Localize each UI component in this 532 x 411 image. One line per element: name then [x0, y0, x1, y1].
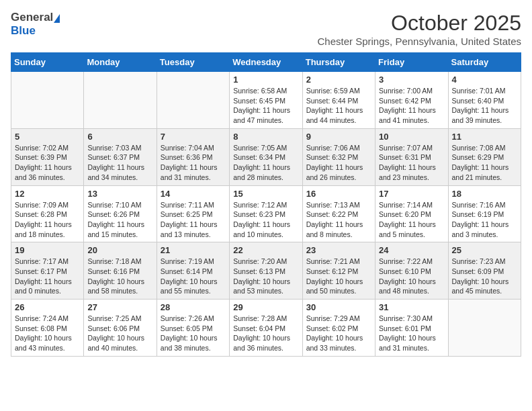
day-info: Sunrise: 7:05 AM Sunset: 6:34 PM Dayligh…	[233, 143, 298, 183]
calendar-cell: 1Sunrise: 6:58 AM Sunset: 6:45 PM Daylig…	[230, 72, 302, 129]
day-number: 16	[306, 189, 371, 199]
day-info: Sunrise: 7:01 AM Sunset: 6:40 PM Dayligh…	[452, 86, 517, 126]
calendar-header-sunday: Sunday	[11, 53, 84, 72]
day-info: Sunrise: 7:02 AM Sunset: 6:39 PM Dayligh…	[15, 143, 80, 183]
calendar-cell: 14Sunrise: 7:11 AM Sunset: 6:25 PM Dayli…	[157, 185, 229, 242]
day-number: 18	[452, 189, 517, 199]
day-number: 25	[452, 245, 517, 255]
day-number: 17	[379, 189, 444, 199]
calendar-cell: 27Sunrise: 7:25 AM Sunset: 6:06 PM Dayli…	[84, 300, 157, 357]
calendar-cell: 30Sunrise: 7:29 AM Sunset: 6:02 PM Dayli…	[302, 300, 375, 357]
calendar-cell: 20Sunrise: 7:18 AM Sunset: 6:16 PM Dayli…	[84, 242, 157, 300]
calendar-cell	[84, 72, 157, 129]
day-number: 14	[161, 189, 226, 199]
day-number: 23	[306, 245, 371, 255]
day-info: Sunrise: 7:09 AM Sunset: 6:28 PM Dayligh…	[15, 200, 80, 240]
day-number: 9	[306, 132, 371, 142]
day-info: Sunrise: 7:07 AM Sunset: 6:31 PM Dayligh…	[379, 143, 444, 183]
day-number: 29	[233, 302, 298, 312]
day-number: 6	[87, 132, 152, 142]
day-number: 1	[233, 75, 298, 85]
calendar-cell: 16Sunrise: 7:13 AM Sunset: 6:22 PM Dayli…	[302, 185, 375, 242]
day-number: 3	[379, 75, 444, 85]
calendar-week-row: 1Sunrise: 6:58 AM Sunset: 6:45 PM Daylig…	[11, 72, 521, 129]
day-info: Sunrise: 7:10 AM Sunset: 6:26 PM Dayligh…	[87, 200, 152, 240]
logo-triangle-icon	[54, 14, 60, 23]
calendar-cell: 13Sunrise: 7:10 AM Sunset: 6:26 PM Dayli…	[84, 185, 157, 242]
calendar-cell: 12Sunrise: 7:09 AM Sunset: 6:28 PM Dayli…	[11, 185, 84, 242]
calendar-cell: 7Sunrise: 7:04 AM Sunset: 6:36 PM Daylig…	[157, 128, 229, 185]
calendar-cell	[448, 300, 521, 357]
day-info: Sunrise: 7:14 AM Sunset: 6:20 PM Dayligh…	[379, 200, 444, 240]
day-info: Sunrise: 7:24 AM Sunset: 6:08 PM Dayligh…	[15, 314, 80, 353]
day-number: 22	[233, 245, 298, 255]
calendar-cell: 8Sunrise: 7:05 AM Sunset: 6:34 PM Daylig…	[230, 128, 302, 185]
calendar-week-row: 19Sunrise: 7:17 AM Sunset: 6:17 PM Dayli…	[11, 242, 521, 300]
day-number: 4	[452, 75, 517, 85]
calendar-table: SundayMondayTuesdayWednesdayThursdayFrid…	[11, 52, 521, 357]
day-info: Sunrise: 7:28 AM Sunset: 6:04 PM Dayligh…	[233, 314, 298, 353]
day-number: 28	[161, 302, 226, 312]
calendar-cell: 4Sunrise: 7:01 AM Sunset: 6:40 PM Daylig…	[448, 72, 521, 129]
page-header: General Blue October 2025 Chester Spring…	[11, 11, 521, 47]
day-info: Sunrise: 7:26 AM Sunset: 6:05 PM Dayligh…	[161, 314, 226, 353]
calendar-cell: 19Sunrise: 7:17 AM Sunset: 6:17 PM Dayli…	[11, 242, 84, 300]
day-info: Sunrise: 6:58 AM Sunset: 6:45 PM Dayligh…	[233, 86, 298, 126]
logo-blue: Blue	[11, 24, 36, 38]
day-info: Sunrise: 7:03 AM Sunset: 6:37 PM Dayligh…	[87, 143, 152, 183]
day-number: 2	[306, 75, 371, 85]
calendar-week-row: 26Sunrise: 7:24 AM Sunset: 6:08 PM Dayli…	[11, 300, 521, 357]
logo: General Blue	[11, 11, 60, 38]
calendar-cell: 29Sunrise: 7:28 AM Sunset: 6:04 PM Dayli…	[230, 300, 302, 357]
day-info: Sunrise: 6:59 AM Sunset: 6:44 PM Dayligh…	[306, 86, 371, 126]
logo-general: General	[11, 11, 53, 24]
calendar-cell: 24Sunrise: 7:22 AM Sunset: 6:10 PM Dayli…	[375, 242, 448, 300]
calendar-cell: 28Sunrise: 7:26 AM Sunset: 6:05 PM Dayli…	[157, 300, 229, 357]
day-info: Sunrise: 7:20 AM Sunset: 6:13 PM Dayligh…	[233, 257, 298, 296]
day-number: 7	[161, 132, 226, 142]
calendar-cell: 5Sunrise: 7:02 AM Sunset: 6:39 PM Daylig…	[11, 128, 84, 185]
calendar-cell: 11Sunrise: 7:08 AM Sunset: 6:29 PM Dayli…	[448, 128, 521, 185]
day-info: Sunrise: 7:30 AM Sunset: 6:01 PM Dayligh…	[379, 314, 444, 353]
day-info: Sunrise: 7:18 AM Sunset: 6:16 PM Dayligh…	[87, 257, 152, 296]
calendar-cell: 10Sunrise: 7:07 AM Sunset: 6:31 PM Dayli…	[375, 128, 448, 185]
calendar-header-friday: Friday	[375, 53, 448, 72]
calendar-cell: 17Sunrise: 7:14 AM Sunset: 6:20 PM Dayli…	[375, 185, 448, 242]
calendar-week-row: 5Sunrise: 7:02 AM Sunset: 6:39 PM Daylig…	[11, 128, 521, 185]
calendar-cell: 18Sunrise: 7:16 AM Sunset: 6:19 PM Dayli…	[448, 185, 521, 242]
calendar-cell: 26Sunrise: 7:24 AM Sunset: 6:08 PM Dayli…	[11, 300, 84, 357]
calendar-cell: 21Sunrise: 7:19 AM Sunset: 6:14 PM Dayli…	[157, 242, 229, 300]
day-info: Sunrise: 7:00 AM Sunset: 6:42 PM Dayligh…	[379, 86, 444, 126]
day-info: Sunrise: 7:22 AM Sunset: 6:10 PM Dayligh…	[379, 257, 444, 296]
day-number: 26	[15, 302, 80, 312]
calendar-cell: 25Sunrise: 7:23 AM Sunset: 6:09 PM Dayli…	[448, 242, 521, 300]
day-number: 13	[87, 189, 152, 199]
day-info: Sunrise: 7:11 AM Sunset: 6:25 PM Dayligh…	[161, 200, 226, 240]
day-number: 21	[161, 245, 226, 255]
day-info: Sunrise: 7:12 AM Sunset: 6:23 PM Dayligh…	[233, 200, 298, 240]
calendar-cell: 31Sunrise: 7:30 AM Sunset: 6:01 PM Dayli…	[375, 300, 448, 357]
calendar-header-saturday: Saturday	[448, 53, 521, 72]
calendar-cell: 9Sunrise: 7:06 AM Sunset: 6:32 PM Daylig…	[302, 128, 375, 185]
day-number: 8	[233, 132, 298, 142]
month-title: October 2025	[318, 11, 522, 36]
day-number: 24	[379, 245, 444, 255]
calendar-header-wednesday: Wednesday	[230, 53, 302, 72]
title-block: October 2025 Chester Springs, Pennsylvan…	[318, 11, 522, 47]
day-info: Sunrise: 7:16 AM Sunset: 6:19 PM Dayligh…	[452, 200, 517, 240]
day-number: 15	[233, 189, 298, 199]
day-info: Sunrise: 7:08 AM Sunset: 6:29 PM Dayligh…	[452, 143, 517, 183]
day-info: Sunrise: 7:04 AM Sunset: 6:36 PM Dayligh…	[161, 143, 226, 183]
calendar-cell: 2Sunrise: 6:59 AM Sunset: 6:44 PM Daylig…	[302, 72, 375, 129]
day-number: 20	[87, 245, 152, 255]
day-info: Sunrise: 7:13 AM Sunset: 6:22 PM Dayligh…	[306, 200, 371, 240]
calendar-cell: 15Sunrise: 7:12 AM Sunset: 6:23 PM Dayli…	[230, 185, 302, 242]
day-number: 30	[306, 302, 371, 312]
day-number: 31	[379, 302, 444, 312]
day-info: Sunrise: 7:17 AM Sunset: 6:17 PM Dayligh…	[15, 257, 80, 296]
calendar-cell	[11, 72, 84, 129]
location-title: Chester Springs, Pennsylvania, United St…	[318, 36, 522, 47]
calendar-cell	[157, 72, 229, 129]
day-info: Sunrise: 7:19 AM Sunset: 6:14 PM Dayligh…	[161, 257, 226, 296]
day-number: 27	[87, 302, 152, 312]
